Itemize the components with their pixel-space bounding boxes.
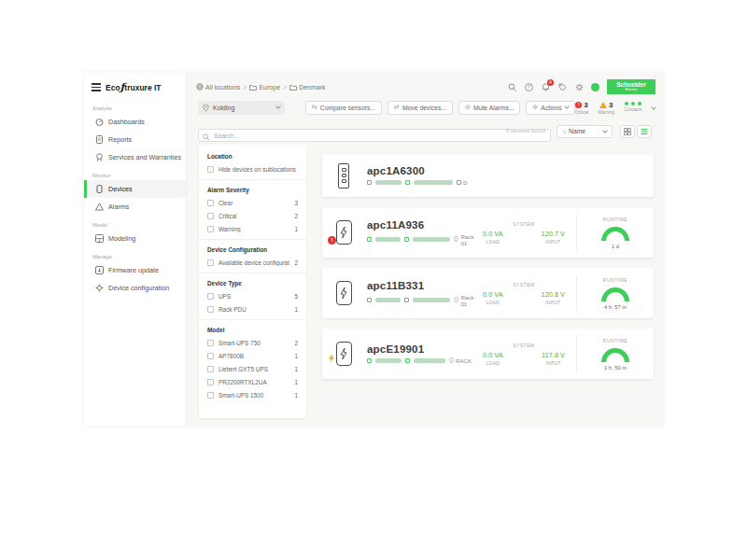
filter-option[interactable]: Warning 1 [199,222,306,235]
device-name[interactable]: apc1A6300 [367,165,644,176]
sidebar-item-modeling[interactable]: Modeling [84,230,186,247]
hamburger-menu-icon[interactable] [92,83,101,91]
pin-icon [454,236,458,243]
chevron-down-icon[interactable] [651,105,656,110]
main-area: All locations > Europe > Denmark ? [187,73,663,426]
serial-number-icon [405,180,410,185]
toolbar: Kolding ⇆Compare sensors... ⇄Move device… [198,99,655,116]
filter-option[interactable]: Smart-UPS 750 2 [199,336,306,349]
user-avatar[interactable] [591,83,599,91]
settings-gear-icon[interactable] [574,82,585,92]
schneider-electric-logo[interactable]: Schneider Electric [607,79,655,94]
compare-sensors-button[interactable]: ⇆Compare sensors... [305,101,382,115]
ecostruxure-app-window: Ecoƒtruxure IT Analyze Dashboards Report… [84,73,663,426]
filter-option[interactable]: AP7800B 1 [199,349,306,362]
sort-select[interactable]: ↑↓ Name [557,125,613,138]
report-icon [95,135,104,144]
device-name[interactable]: apcE19901 [367,343,481,355]
filter-option[interactable]: PR2200RTXL2UA 1 [199,375,306,388]
device-meta: Rack 01 [367,294,481,307]
filter-option[interactable]: Critical 2 [199,209,306,222]
mute-alarms-button[interactable]: ⊘Mute Alarms... [458,101,520,115]
sidebar-section-manage: Manage [84,247,186,261]
ip-address-icon [367,180,372,185]
filter-option[interactable]: Rack PDU 1 [199,302,306,315]
grid-view-button[interactable] [620,125,635,138]
compare-icon: ⇆ [312,104,317,111]
ups-icon [331,220,356,245]
checkbox[interactable] [207,379,214,385]
sidebar-item-services-warranties[interactable]: Services and Warranties [84,148,186,166]
sidebar-item-firmware-update[interactable]: Firmware update [84,261,186,279]
device-card-apc11A936[interactable]: apc11A936 Rack 01 SYSTEM [322,207,654,258]
move-icon: ⇄ [394,104,400,111]
breadcrumb-denmark[interactable]: Denmark [289,84,325,91]
device-location: Rack 01 [454,233,481,246]
filter-option[interactable]: Clear 3 [199,196,306,209]
pin-icon [449,357,454,364]
device-card-apcE19901[interactable]: apcE19901 RACK SYSTEM [322,329,654,379]
filter-option[interactable]: UPS 5 [199,289,306,302]
device-name[interactable]: apc11A936 [367,219,481,231]
checkbox[interactable] [207,226,214,232]
checkbox[interactable] [207,166,214,173]
checkbox[interactable] [207,213,214,219]
serial-number-icon [404,298,409,302]
sidebar-item-devices[interactable]: Devices [84,180,186,198]
device-card-apc1A6300[interactable]: apc1A6300 D [322,154,654,197]
breadcrumb-separator: > [283,84,287,91]
system-block: SYSTEM 0.0 VALOAD 120.7 VINPUT [481,221,567,245]
warning-badge-icon [328,349,335,366]
runtime-value: 1 h, 50 m [604,365,627,371]
filter-group-device-type: Device Type UPS 5 Rack PDU 1 [199,273,306,320]
critical-badge-icon [328,236,336,245]
checkbox[interactable] [207,293,214,300]
breadcrumb-all-locations[interactable]: All locations [196,83,240,91]
filter-group-location: Location Hide devices on sublocations [199,147,306,180]
warning-icon [599,102,607,108]
critical-count: 3 [584,101,587,109]
ups-icon [331,342,356,366]
list-icon [641,128,648,135]
checkbox[interactable] [207,340,214,346]
device-name[interactable]: apc11B331 [367,280,481,291]
checkbox[interactable] [207,259,214,266]
sidebar-item-alarms[interactable]: Alarms [84,198,186,216]
location-filter-select[interactable]: Kolding [198,101,285,115]
device-icon [95,185,104,193]
filter-option[interactable]: Smart-UPS 1500 1 [199,388,306,401]
help-icon[interactable]: ? [524,82,534,92]
search-input[interactable] [198,129,551,142]
chevron-down-icon [275,104,281,109]
actions-button[interactable]: ✲Actions [526,101,574,115]
checkbox[interactable] [207,392,214,399]
device-card-apc11B331[interactable]: apc11B331 Rack 01 SYSTEM [322,268,654,318]
folder-icon [249,84,257,91]
filter-option[interactable]: Liebert GXT5 UPS 1 [199,362,306,375]
critical-alarm-summary[interactable]: !3 Critical [575,101,589,115]
contacts-summary[interactable]: Contacts [624,101,642,112]
search-icon[interactable] [507,82,517,92]
list-view-button[interactable] [637,125,652,138]
sidebar-item-device-configuration[interactable]: Device configuration [84,279,186,297]
move-devices-button[interactable]: ⇄Move devices... [388,101,453,115]
filter-option[interactable]: Available device configurations 2 [199,256,306,269]
sidebar-item-reports[interactable]: Reports [84,131,186,148]
checkbox[interactable] [207,200,214,206]
sidebar-item-dashboards[interactable]: Dashboards [84,113,186,131]
breadcrumb-europe[interactable]: Europe [249,84,280,91]
filter-option[interactable]: Hide devices on sublocations [199,162,306,175]
actions-gear-icon: ✲ [532,104,538,111]
runtime-block: RUNTIME 4 h, 57 m [586,277,644,310]
checkbox[interactable] [207,306,214,313]
pin-icon [454,297,458,303]
divider [576,335,577,372]
runtime-gauge [601,287,629,301]
tag-icon[interactable] [557,82,568,92]
checkbox[interactable] [207,366,214,372]
load-value: 0.0 VA [483,290,503,299]
notifications-bell-icon[interactable]: 4 [541,82,551,92]
checkbox[interactable] [207,353,214,359]
warning-alarm-summary[interactable]: 3 Warning [598,101,614,115]
device-meta: D [367,179,644,186]
